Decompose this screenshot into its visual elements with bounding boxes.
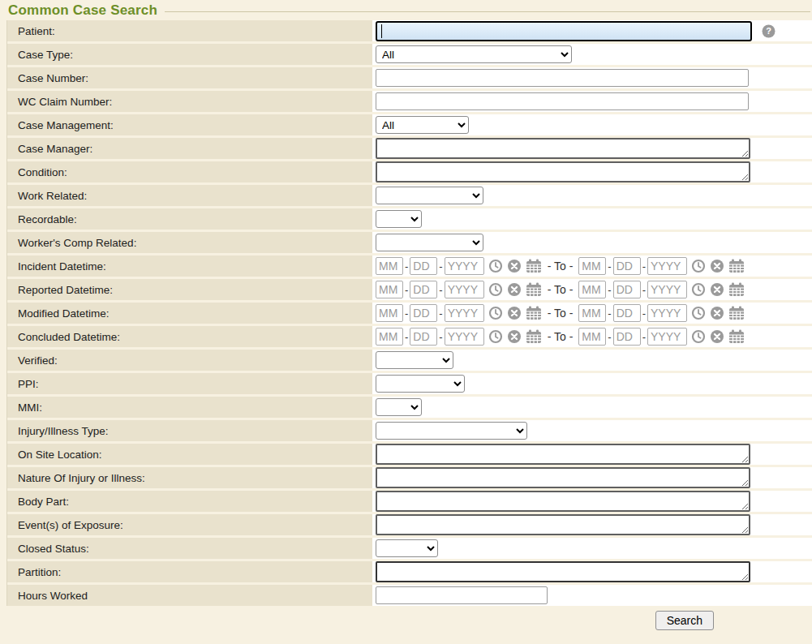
- field-injury-illness-type-select[interactable]: [376, 422, 527, 440]
- row-case-manager: Case Manager:: [7, 138, 812, 159]
- label-body-part: Body Part:: [7, 491, 372, 512]
- field-reported-datetime-to-mm-input[interactable]: [578, 281, 606, 298]
- fieldcell-nature-of-injury-or-illness: [372, 467, 812, 488]
- search-button[interactable]: Search: [655, 611, 714, 630]
- field-modified-datetime-from-mm-input[interactable]: [376, 304, 403, 322]
- clock-icon[interactable]: [488, 259, 503, 273]
- label-on-site-location: On Site Location:: [7, 444, 372, 465]
- label-case-manager: Case Manager:: [7, 138, 372, 159]
- field-concluded-datetime-to-mm-input[interactable]: [578, 328, 606, 346]
- clear-icon[interactable]: [710, 329, 724, 344]
- field-incident-datetime-from-mm-input[interactable]: [376, 257, 403, 275]
- fieldcell-recordable: [372, 208, 812, 230]
- field-mmi-select[interactable]: [376, 398, 422, 416]
- clock-icon[interactable]: [691, 282, 706, 297]
- field-nature-of-injury-or-illness-textarea[interactable]: [376, 467, 750, 488]
- field-workers-comp-related-select[interactable]: [376, 234, 483, 251]
- clear-icon[interactable]: [710, 259, 724, 273]
- calendar-icon[interactable]: [728, 259, 745, 273]
- field-modified-datetime-to-yyyy-input[interactable]: [647, 304, 687, 322]
- fieldcell-partition: [372, 561, 812, 582]
- row-recordable: Recordable:: [7, 208, 812, 230]
- field-wc-claim-number-input[interactable]: [376, 92, 749, 110]
- field-body-part-textarea[interactable]: [376, 491, 750, 512]
- field-reported-datetime-from-yyyy-input[interactable]: [445, 281, 484, 298]
- label-case-number: Case Number:: [7, 67, 372, 88]
- field-concluded-datetime-to-yyyy-input[interactable]: [647, 328, 687, 346]
- clear-icon[interactable]: [710, 306, 724, 320]
- field-verified-select[interactable]: [376, 351, 453, 369]
- clear-icon[interactable]: [507, 329, 522, 344]
- field-modified-datetime-to-mm-input[interactable]: [578, 304, 606, 322]
- clear-icon[interactable]: [507, 259, 522, 273]
- label-nature-of-injury-or-illness: Nature Of Injury or Illness:: [7, 467, 372, 488]
- field-modified-datetime-to-dd-input[interactable]: [613, 304, 641, 322]
- field-case-manager-textarea[interactable]: [376, 138, 750, 159]
- field-reported-datetime-from-mm-input[interactable]: [376, 281, 403, 298]
- fieldcell-case-number: [372, 67, 812, 88]
- field-on-site-location-textarea[interactable]: [376, 444, 750, 465]
- field-reported-datetime-from-dd-input[interactable]: [410, 281, 437, 298]
- fieldcell-patient: ?: [372, 20, 812, 41]
- clear-icon[interactable]: [507, 282, 522, 297]
- field-events-of-exposure-textarea[interactable]: [376, 514, 750, 535]
- calendar-icon[interactable]: [728, 282, 745, 297]
- label-mmi: MMI:: [7, 397, 372, 418]
- field-modified-datetime-from-yyyy-input[interactable]: [445, 304, 484, 322]
- calendar-icon[interactable]: [526, 306, 542, 320]
- label-case-type: Case Type:: [7, 44, 372, 65]
- row-hours-worked: Hours Worked: [7, 585, 812, 606]
- field-incident-datetime-to-mm-input[interactable]: [578, 257, 606, 275]
- calendar-icon[interactable]: [728, 329, 745, 344]
- row-case-management: Case Management:All: [7, 114, 812, 135]
- label-injury-illness-type: Injury/Illness Type:: [7, 420, 372, 441]
- field-concluded-datetime-from-mm-input[interactable]: [376, 328, 403, 346]
- field-incident-datetime-to-dd-input[interactable]: [613, 257, 641, 275]
- calendar-icon[interactable]: [526, 259, 542, 273]
- date-separator: -: [608, 331, 611, 343]
- clock-icon[interactable]: [691, 306, 706, 320]
- clock-icon[interactable]: [488, 306, 503, 320]
- field-closed-status-select[interactable]: [376, 539, 438, 557]
- field-concluded-datetime-from-yyyy-input[interactable]: [445, 328, 484, 346]
- row-patient: Patient:?: [7, 20, 812, 41]
- field-ppi-select[interactable]: [376, 375, 465, 393]
- clear-icon[interactable]: [710, 282, 724, 297]
- field-recordable-select[interactable]: [376, 210, 422, 228]
- field-reported-datetime-to-dd-input[interactable]: [613, 281, 641, 298]
- field-modified-datetime-from-dd-input[interactable]: [410, 304, 437, 322]
- date-separator: -: [405, 331, 408, 343]
- clear-icon[interactable]: [507, 306, 522, 320]
- field-patient-input[interactable]: [376, 21, 752, 41]
- date-separator: -: [405, 260, 408, 273]
- clock-icon[interactable]: [488, 329, 503, 344]
- field-incident-datetime-to-yyyy-input[interactable]: [647, 257, 687, 275]
- field-work-related-select[interactable]: [376, 187, 483, 204]
- field-case-type-select[interactable]: All: [376, 45, 572, 63]
- clock-icon[interactable]: [488, 282, 503, 297]
- date-separator: -: [642, 331, 646, 343]
- field-incident-datetime-from-dd-input[interactable]: [410, 257, 437, 275]
- field-concluded-datetime-from-dd-input[interactable]: [410, 328, 437, 346]
- field-incident-datetime-from-yyyy-input[interactable]: [445, 257, 484, 275]
- label-wc-claim-number: WC Claim Number:: [7, 91, 372, 112]
- row-injury-illness-type: Injury/Illness Type:: [7, 420, 812, 441]
- field-concluded-datetime-to-dd-input[interactable]: [613, 328, 641, 346]
- help-icon[interactable]: ?: [762, 24, 775, 38]
- fieldcell-ppi: [372, 373, 812, 394]
- calendar-icon[interactable]: [526, 329, 542, 344]
- field-reported-datetime-to-yyyy-input[interactable]: [647, 281, 687, 298]
- field-case-number-input[interactable]: [376, 69, 749, 87]
- date-separator: -: [608, 260, 611, 273]
- calendar-icon[interactable]: [526, 282, 542, 297]
- clock-icon[interactable]: [691, 329, 706, 344]
- row-reported-datetime: Reported Datetime:--- To ---: [7, 279, 812, 300]
- fieldcell-modified-datetime: --- To ---: [372, 303, 812, 324]
- field-case-management-select[interactable]: All: [376, 116, 469, 134]
- clock-icon[interactable]: [691, 259, 706, 273]
- field-partition-textarea[interactable]: [376, 561, 750, 582]
- field-hours-worked-input[interactable]: [376, 586, 548, 604]
- field-condition-textarea[interactable]: [376, 161, 750, 182]
- calendar-icon[interactable]: [728, 306, 745, 320]
- svg-text:?: ?: [766, 26, 771, 36]
